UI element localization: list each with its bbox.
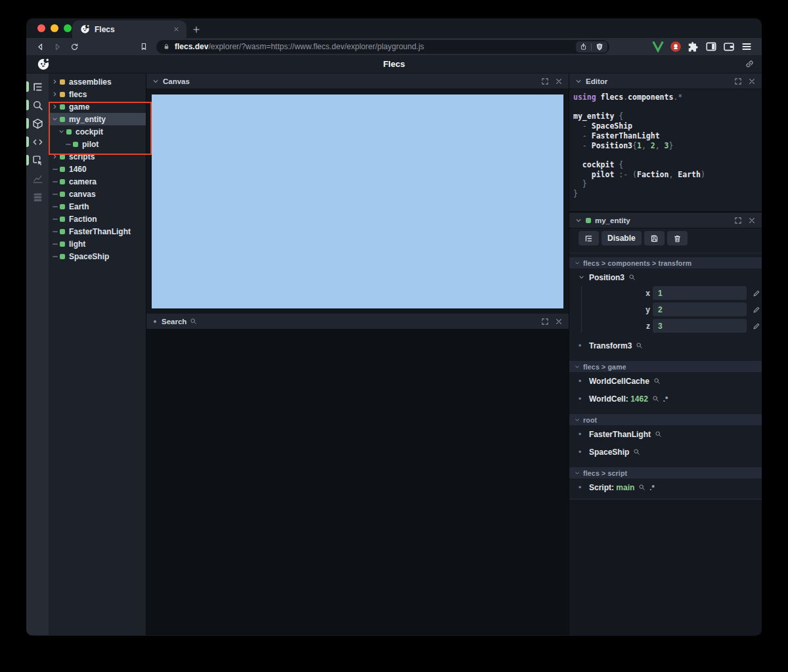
tree-item-SpaceShip[interactable]: SpaceShip bbox=[49, 250, 146, 262]
tree-item-label: FasterThanLight bbox=[69, 227, 131, 236]
magnifier-icon[interactable] bbox=[628, 274, 636, 281]
active-indicator bbox=[26, 118, 29, 129]
new-tab-button[interactable] bbox=[186, 20, 206, 38]
magnifier-icon[interactable] bbox=[655, 430, 662, 438]
chevron-right-icon[interactable] bbox=[52, 91, 58, 97]
magnifier-icon[interactable] bbox=[190, 318, 197, 325]
fullscreen-icon[interactable] bbox=[734, 77, 742, 85]
reload-icon[interactable] bbox=[67, 39, 81, 54]
component-WorldCell[interactable]: •WorldCell: 1462.* bbox=[569, 390, 762, 408]
tool-code[interactable] bbox=[26, 133, 49, 151]
fullscreen-icon[interactable] bbox=[734, 217, 742, 224]
puzzle-icon[interactable] bbox=[688, 41, 699, 52]
pencil-icon[interactable] bbox=[753, 306, 760, 314]
tree-item-scripts[interactable]: scripts bbox=[49, 150, 146, 163]
close-panel-icon[interactable] bbox=[748, 217, 756, 224]
section-header[interactable]: flecs > components > transform bbox=[569, 257, 762, 268]
tree-item-my_entity[interactable]: my_entity bbox=[49, 113, 146, 125]
chevron-down-icon[interactable] bbox=[58, 129, 64, 135]
bullet-icon: • bbox=[579, 483, 589, 492]
chevron-down-icon[interactable] bbox=[152, 78, 159, 85]
tool-tree-view[interactable] bbox=[26, 77, 49, 96]
tree-item-FasterThanLight[interactable]: FasterThanLight bbox=[49, 225, 146, 238]
wallet-icon[interactable] bbox=[723, 41, 735, 52]
pencil-icon[interactable] bbox=[753, 289, 760, 297]
chevron-down-icon[interactable] bbox=[575, 78, 582, 85]
tree-item-Earth[interactable]: Earth bbox=[49, 200, 146, 213]
bookmark-icon[interactable] bbox=[137, 39, 151, 54]
magnifier-icon[interactable] bbox=[638, 484, 646, 491]
magnifier-icon[interactable] bbox=[633, 448, 640, 455]
chevron-down-icon[interactable] bbox=[52, 116, 58, 122]
share-icon[interactable] bbox=[580, 43, 587, 51]
tree-item-game[interactable]: game bbox=[49, 100, 146, 113]
code-line bbox=[573, 150, 758, 160]
tree-item-canvas[interactable]: canvas bbox=[49, 188, 146, 200]
tree-item-pilot[interactable]: pilot bbox=[49, 138, 146, 150]
browser-tabstrip: Flecs bbox=[26, 18, 762, 38]
sidepanel-icon[interactable] bbox=[705, 41, 717, 52]
magnifier-icon[interactable] bbox=[653, 377, 661, 385]
tool-inspect[interactable] bbox=[26, 151, 49, 169]
entity-bullet bbox=[60, 192, 65, 197]
back-icon[interactable] bbox=[33, 39, 47, 54]
x-input[interactable]: 1 bbox=[653, 286, 747, 300]
close-panel-icon[interactable] bbox=[748, 77, 756, 85]
component-Script[interactable]: •Script: main.* bbox=[569, 478, 762, 496]
brave-shield-icon[interactable] bbox=[596, 43, 603, 51]
tool-cube[interactable] bbox=[26, 114, 49, 133]
pencil-icon[interactable] bbox=[753, 322, 760, 330]
section-header[interactable]: flecs > script bbox=[569, 467, 762, 478]
adblock-extension-icon[interactable] bbox=[670, 41, 682, 52]
code-line: - Position3{1, 2, 3} bbox=[573, 141, 758, 151]
tree-filter-button[interactable] bbox=[579, 231, 599, 245]
forward-icon[interactable] bbox=[50, 39, 64, 54]
link-icon[interactable] bbox=[745, 59, 755, 69]
menu-icon[interactable] bbox=[741, 41, 753, 52]
fullscreen-icon[interactable] bbox=[541, 318, 549, 326]
v-extension-icon[interactable] bbox=[652, 41, 664, 52]
zoom-window-button[interactable] bbox=[64, 24, 72, 32]
component-WorldCellCache[interactable]: •WorldCellCache bbox=[569, 372, 762, 390]
render-canvas[interactable] bbox=[152, 94, 563, 308]
tree-item-1460[interactable]: 1460 bbox=[49, 163, 146, 175]
tree-item-assemblies[interactable]: assemblies bbox=[49, 75, 146, 88]
minimize-window-button[interactable] bbox=[51, 24, 58, 32]
browser-tab[interactable]: Flecs bbox=[72, 20, 186, 38]
flecs-logo-icon[interactable] bbox=[37, 58, 50, 71]
tree-item-cockpit[interactable]: cockpit bbox=[49, 125, 146, 138]
delete-button[interactable] bbox=[667, 231, 688, 245]
tree-item-flecs[interactable]: flecs bbox=[49, 88, 146, 100]
search-panel-body[interactable] bbox=[146, 329, 569, 635]
chevron-down-icon[interactable] bbox=[575, 217, 582, 224]
fullscreen-icon[interactable] bbox=[541, 77, 549, 85]
tab-close-icon[interactable] bbox=[171, 24, 181, 35]
component-FasterThanLight[interactable]: •FasterThanLight bbox=[569, 425, 762, 443]
tree-item-light[interactable]: light bbox=[49, 238, 146, 250]
component-Position3[interactable]: Position3 bbox=[569, 268, 762, 286]
editor-code[interactable]: using flecs.components.* my_entity { - S… bbox=[569, 89, 762, 211]
tree-item-Faction[interactable]: Faction bbox=[49, 213, 146, 225]
disable-button[interactable]: Disable bbox=[602, 231, 642, 245]
z-input[interactable]: 3 bbox=[653, 319, 747, 333]
y-input[interactable]: 2 bbox=[653, 303, 747, 316]
close-panel-icon[interactable] bbox=[555, 318, 563, 326]
component-Transform3[interactable]: •Transform3 bbox=[569, 337, 762, 354]
close-panel-icon[interactable] bbox=[555, 77, 563, 85]
component-SpaceShip[interactable]: •SpaceShip bbox=[569, 443, 762, 461]
tree-item-camera[interactable]: camera bbox=[49, 175, 146, 188]
section-header[interactable]: root bbox=[569, 414, 762, 425]
url-bar[interactable]: flecs.dev /explorer/?wasm=https://www.fl… bbox=[156, 40, 609, 54]
tool-rows[interactable] bbox=[26, 188, 49, 206]
section-header[interactable]: flecs > game bbox=[569, 361, 762, 372]
tool-search[interactable] bbox=[26, 96, 49, 114]
inspector-section: flecs > components > transformPosition3x… bbox=[569, 257, 762, 357]
save-button[interactable] bbox=[644, 231, 665, 245]
chevron-right-icon[interactable] bbox=[52, 104, 58, 110]
tool-chart[interactable] bbox=[26, 169, 49, 188]
magnifier-icon[interactable] bbox=[652, 395, 659, 402]
magnifier-icon[interactable] bbox=[636, 342, 643, 349]
chevron-right-icon[interactable] bbox=[52, 79, 58, 85]
close-window-button[interactable] bbox=[37, 24, 45, 32]
chevron-right-icon[interactable] bbox=[52, 154, 58, 159]
